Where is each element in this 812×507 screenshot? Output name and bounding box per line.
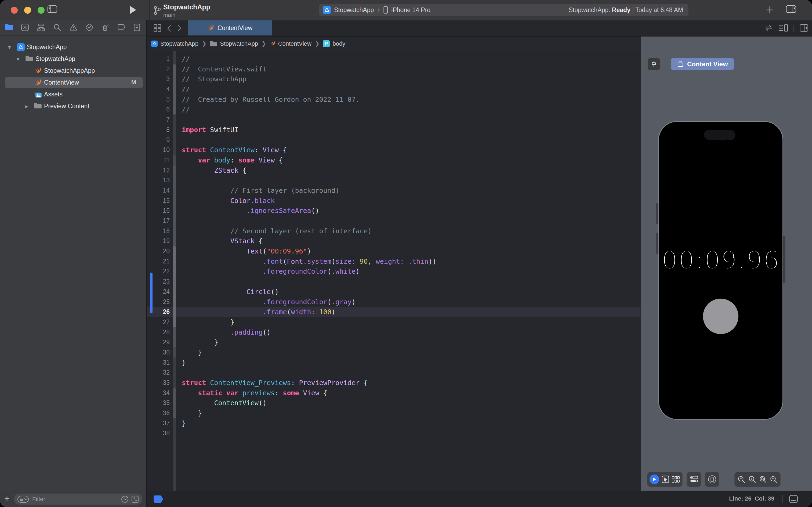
line-number[interactable]: 10 [147, 145, 170, 155]
source-editor[interactable]: 1//2// ContentView.swift3// StopwatchApp… [147, 51, 640, 491]
editor-bar-toggle-icon[interactable] [789, 495, 798, 503]
code-line-31[interactable]: 31} [147, 358, 640, 368]
breadcrumb-project[interactable]: StopwatchApp [151, 40, 198, 47]
code-line-35[interactable]: 35 ContentView() [147, 398, 640, 408]
code-line-6[interactable]: 6// [147, 105, 640, 115]
toggle-left-sidebar-icon[interactable] [47, 5, 57, 13]
sidebar-item-stopwatchapp[interactable]: ▾StopwatchApp [0, 53, 147, 65]
sidebar-item-preview-content[interactable]: ▸Preview Content [0, 101, 147, 112]
back-icon[interactable] [167, 24, 172, 32]
code-line-15[interactable]: 15 Color.black [147, 196, 640, 206]
line-number[interactable]: 17 [147, 216, 170, 226]
variants-mode-button[interactable] [672, 475, 680, 484]
code-line-10[interactable]: 10struct ContentView: View { [147, 145, 640, 155]
minimap-icon[interactable] [778, 24, 788, 32]
filter-field[interactable]: Filter [14, 494, 142, 505]
project-navigator-icon[interactable] [5, 23, 13, 32]
code-line-18[interactable]: 18 // Second layer (rest of interface) [147, 226, 640, 236]
issues-navigator-icon[interactable] [69, 23, 78, 32]
line-number[interactable]: 9 [147, 135, 170, 145]
code-line-5[interactable]: 5// Created by Russell Gordon on 2022-11… [147, 95, 640, 105]
code-line-38[interactable]: 38 [147, 428, 640, 439]
code-line-36[interactable]: 36 } [147, 408, 640, 418]
zoom-window-button[interactable] [38, 7, 45, 14]
add-editor-icon[interactable] [799, 24, 809, 32]
disclosure-chevron-down-icon[interactable]: ▾ [17, 56, 19, 62]
line-number[interactable]: 31 [147, 358, 170, 368]
code-line-13[interactable]: 13 [147, 175, 640, 185]
zoom-in-icon[interactable] [769, 475, 777, 484]
line-number[interactable]: 33 [147, 378, 170, 388]
code-line-3[interactable]: 3// StopwatchApp [147, 74, 640, 84]
code-line-1[interactable]: 1// [147, 54, 640, 64]
code-line-23[interactable]: 23 [147, 277, 640, 287]
code-line-30[interactable]: 30 } [147, 347, 640, 358]
zoom-100-icon[interactable]: 1 [748, 475, 756, 484]
adjust-editor-icon[interactable] [764, 24, 773, 32]
code-line-19[interactable]: 19 VStack { [147, 236, 640, 246]
zoom-fit-icon[interactable] [759, 475, 767, 484]
line-number[interactable]: 1 [147, 54, 170, 64]
code-line-17[interactable]: 17 [147, 216, 640, 226]
line-number[interactable]: 20 [147, 246, 170, 257]
tab-contentview[interactable]: ContentView [188, 20, 272, 36]
reports-navigator-icon[interactable] [133, 23, 142, 32]
code-line-7[interactable]: 7 [147, 115, 640, 125]
code-line-4[interactable]: 4// [147, 84, 640, 95]
code-line-11[interactable]: 11 var body: some View { [147, 155, 640, 165]
code-line-26[interactable]: 26 .frame(width: 100) [147, 307, 640, 317]
line-number[interactable]: 8 [147, 125, 170, 135]
iphone-preview[interactable]: 00:09.96 [658, 121, 783, 420]
preview-device-button[interactable]: Content View [671, 58, 734, 70]
breakpoint-indicator[interactable] [154, 496, 163, 503]
line-number[interactable]: 14 [147, 185, 170, 196]
line-number[interactable]: 34 [147, 388, 170, 398]
sidebar-item-stopwatchappapp[interactable]: StopwatchAppApp [0, 65, 147, 77]
scheme-selector[interactable]: StopwatchApp › iPhone 14 Pro StopwatchAp… [319, 4, 689, 16]
stopwatch-circle[interactable] [703, 299, 739, 334]
tests-navigator-icon[interactable] [85, 23, 94, 32]
line-number[interactable]: 21 [147, 257, 170, 267]
code-line-8[interactable]: 8import SwiftUI [147, 125, 640, 135]
line-number[interactable]: 6 [147, 105, 170, 115]
library-add-icon[interactable] [766, 6, 774, 14]
scheme-app-name[interactable]: StopwatchApp [334, 6, 374, 14]
debug-navigator-icon[interactable] [102, 23, 110, 32]
line-number[interactable]: 37 [147, 418, 170, 429]
breadcrumb-symbol[interactable]: P body [323, 40, 345, 47]
sidebar-item-stopwatchapp[interactable]: ▾StopwatchApp [0, 41, 147, 53]
search-navigator-icon[interactable] [53, 23, 62, 32]
fold-ribbon[interactable] [173, 51, 176, 491]
add-file-button[interactable]: + [4, 493, 10, 504]
close-window-button[interactable] [11, 7, 18, 14]
breadcrumb-group[interactable]: StopwatchApp [210, 40, 258, 47]
code-line-29[interactable]: 29 } [147, 337, 640, 347]
line-number[interactable]: 5 [147, 95, 170, 105]
line-number[interactable]: 30 [147, 347, 170, 358]
run-button[interactable] [129, 5, 137, 14]
line-number[interactable]: 15 [147, 196, 170, 206]
code-line-25[interactable]: 25 .foregroundColor(.gray) [147, 297, 640, 307]
selectable-mode-button[interactable] [661, 475, 670, 484]
line-number[interactable]: 7 [147, 115, 170, 125]
code-line-2[interactable]: 2// ContentView.swift [147, 64, 640, 74]
code-line-16[interactable]: 16 .ignoresSafeArea() [147, 206, 640, 216]
line-number[interactable]: 4 [147, 84, 170, 95]
related-items-icon[interactable] [153, 24, 161, 32]
line-number[interactable]: 32 [147, 368, 170, 378]
code-line-21[interactable]: 21 .font(Font.system(size: 90, weight: .… [147, 257, 640, 267]
line-number[interactable]: 12 [147, 165, 170, 176]
pin-preview-button[interactable] [648, 58, 660, 70]
scheme-device-name[interactable]: iPhone 14 Pro [391, 6, 430, 14]
code-line-34[interactable]: 34 static var previews: some View { [147, 388, 640, 398]
code-line-22[interactable]: 22 .foregroundColor(.white) [147, 266, 640, 277]
disclosure-chevron-down-icon[interactable]: ▾ [8, 44, 11, 51]
minimize-window-button[interactable] [24, 7, 31, 14]
source-control-navigator-icon[interactable] [21, 23, 30, 32]
sidebar-item-contentview[interactable]: ContentViewM [0, 77, 147, 89]
line-number[interactable]: 13 [147, 175, 170, 185]
line-number[interactable]: 2 [147, 64, 170, 74]
preview-device-button-small[interactable] [708, 475, 716, 484]
code-line-37[interactable]: 37} [147, 418, 640, 429]
code-line-20[interactable]: 20 Text("00:09.96") [147, 246, 640, 257]
